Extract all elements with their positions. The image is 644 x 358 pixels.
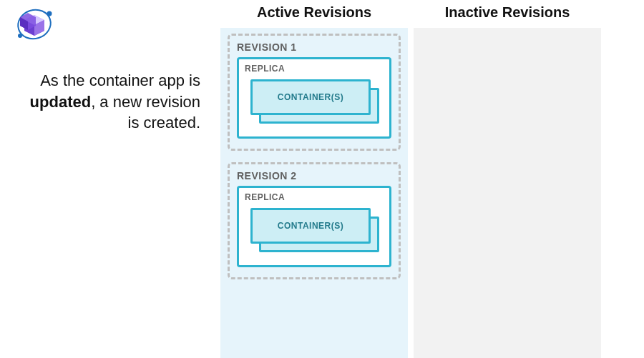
revision-title: REVISION 1 xyxy=(237,41,391,53)
replica-title: REPLICA xyxy=(245,192,384,202)
explainer-text: As the container app is updated, a new r… xyxy=(14,70,200,134)
revision-title: REVISION 2 xyxy=(237,170,391,182)
azure-container-apps-icon xyxy=(13,6,56,46)
container-card-front: CONTAINER(S) xyxy=(250,208,371,244)
replica-title: REPLICA xyxy=(245,64,384,74)
active-column-title: Active Revisions xyxy=(220,0,408,28)
columns: Active Revisions REVISION 1 REPLICA CONT… xyxy=(220,0,601,358)
svg-point-1 xyxy=(47,11,52,16)
container-stack: CONTAINER(S) xyxy=(250,208,384,252)
explainer-prefix: As the container app is xyxy=(40,71,200,89)
inactive-revisions-column: Inactive Revisions xyxy=(414,0,601,358)
active-revisions-column: Active Revisions REVISION 1 REPLICA CONT… xyxy=(220,0,408,358)
container-stack: CONTAINER(S) xyxy=(250,79,384,124)
inactive-column-body xyxy=(414,28,601,358)
replica-block: REPLICA CONTAINER(S) xyxy=(237,186,391,267)
explainer-suffix: , a new revision is created. xyxy=(91,93,200,132)
revision-block: REVISION 1 REPLICA CONTAINER(S) xyxy=(228,34,401,151)
explainer-bold: updated xyxy=(30,93,92,111)
container-card-front: CONTAINER(S) xyxy=(250,79,371,115)
svg-point-2 xyxy=(18,34,22,38)
replica-block: REPLICA CONTAINER(S) xyxy=(237,57,391,139)
inactive-column-title: Inactive Revisions xyxy=(414,0,601,28)
revision-block: REVISION 2 REPLICA CONTAINER(S) xyxy=(228,162,401,279)
active-column-body: REVISION 1 REPLICA CONTAINER(S) REVISION… xyxy=(220,28,408,358)
